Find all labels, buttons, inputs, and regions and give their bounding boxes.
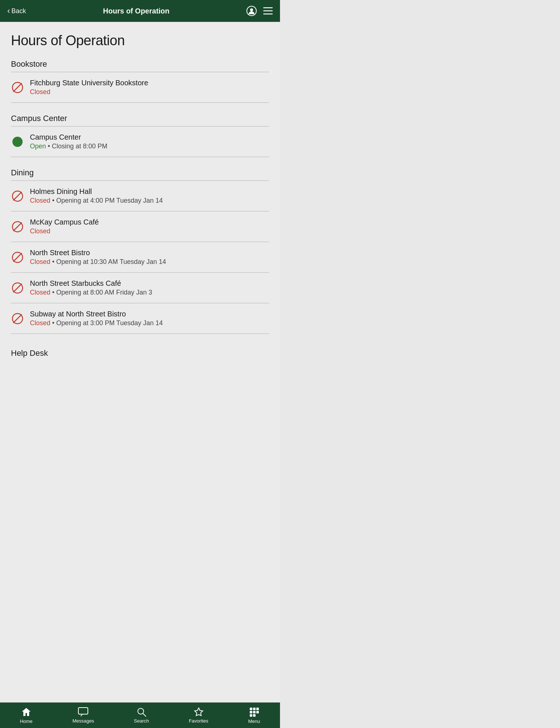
bottom-nav-search-label: Search [134,718,149,724]
item-status: Closed • Opening at 8:00 AM Friday Jan 3 [30,289,269,296]
section-header-bookstore: Bookstore [11,59,269,69]
list-item[interactable]: Fitchburg State University BookstoreClos… [11,72,269,103]
list-item[interactable]: Campus CenterOpen • Closing at 8:00 PM [11,126,269,157]
item-name: North Street Starbucks Café [30,279,269,288]
svg-rect-3 [263,11,273,12]
svg-rect-20 [250,708,252,710]
item-status: Closed • Opening at 3:00 PM Tuesday Jan … [30,319,269,327]
svg-line-6 [13,83,22,92]
item-name: Subway at North Street Bistro [30,310,269,318]
item-name: Holmes Dining Hall [30,187,269,196]
grid-menu-icon [249,707,259,717]
closed-status-icon [11,281,24,295]
list-item[interactable]: Subway at North Street BistroClosed • Op… [11,303,269,334]
item-status: Open • Closing at 8:00 PM [30,143,269,150]
bottom-nav-search[interactable]: Search [134,707,149,724]
bottom-nav-home[interactable]: Home [20,707,33,724]
item-name: North Street Bistro [30,249,269,257]
item-status-detail: • Opening at 4:00 PM Tuesday Jan 14 [50,197,163,204]
bottom-nav-menu-label: Menu [248,719,260,724]
svg-rect-23 [250,711,252,713]
item-name: Campus Center [30,133,269,141]
messages-icon [78,707,88,717]
svg-rect-2 [263,7,273,8]
bottom-nav-favorites-label: Favorites [189,718,208,724]
item-status: Closed • Opening at 4:00 PM Tuesday Jan … [30,197,269,205]
svg-line-19 [143,713,146,716]
nav-icons [246,6,273,16]
svg-rect-22 [256,708,259,710]
section-bookstore: Bookstore Fitchburg State University Boo… [11,59,269,103]
top-navigation: ‹ Back Hours of Operation [0,0,280,22]
sections-container: Bookstore Fitchburg State University Boo… [11,59,269,358]
bottom-nav-home-label: Home [20,719,33,724]
search-icon [137,707,146,717]
favorites-icon [194,707,204,717]
nav-title: Hours of Operation [103,7,170,15]
svg-rect-4 [263,13,273,15]
bottom-navigation: Home Messages Search Favorites [0,702,280,728]
bottom-nav-messages[interactable]: Messages [73,707,94,724]
item-status: Closed [30,88,269,96]
item-status: Closed [30,227,269,235]
svg-rect-25 [256,711,259,713]
open-status-icon [11,135,24,148]
svg-rect-27 [253,714,256,717]
item-status-detail: • Opening at 8:00 AM Friday Jan 3 [50,289,152,296]
section-header-dining: Dining [11,168,269,178]
bottom-nav-messages-label: Messages [73,718,94,724]
svg-rect-17 [78,708,88,714]
item-status-detail: • Closing at 8:00 PM [46,143,107,150]
section-header-help_desk: Help Desk [11,349,269,358]
closed-status-icon [11,220,24,233]
section-header-campus_center: Campus Center [11,114,269,123]
svg-line-16 [13,315,22,323]
closed-status-icon [11,190,24,203]
home-icon [21,707,31,717]
item-status-detail: • Opening at 3:00 PM Tuesday Jan 14 [50,319,163,327]
back-chevron-icon: ‹ [7,6,10,16]
item-status: Closed • Opening at 10:30 AM Tuesday Jan… [30,258,269,266]
svg-line-8 [13,192,22,200]
profile-icon[interactable] [246,6,257,16]
bottom-nav-menu[interactable]: Menu [248,707,260,724]
closed-status-icon [11,312,24,325]
svg-line-12 [13,253,22,261]
svg-point-1 [250,8,253,11]
closed-status-icon [11,81,24,94]
svg-line-14 [13,284,22,292]
bottom-nav-favorites[interactable]: Favorites [189,707,208,724]
item-name: McKay Campus Café [30,218,269,226]
page-title: Hours of Operation [11,33,269,48]
list-item[interactable]: Holmes Dining HallClosed • Opening at 4:… [11,181,269,211]
list-item[interactable]: North Street BistroClosed • Opening at 1… [11,242,269,273]
closed-status-icon [11,251,24,264]
svg-rect-21 [253,708,256,710]
list-item[interactable]: North Street Starbucks CaféClosed • Open… [11,273,269,303]
item-name: Fitchburg State University Bookstore [30,79,269,87]
main-content: Hours of Operation Bookstore Fitchburg S… [0,22,280,702]
hamburger-menu-icon[interactable] [263,7,273,15]
section-dining: Dining Holmes Dining HallClosed • Openin… [11,168,269,334]
section-help_desk: Help Desk [11,349,269,358]
back-button[interactable]: ‹ Back [7,6,26,16]
svg-rect-26 [250,714,252,717]
svg-line-10 [13,223,22,231]
back-label: Back [11,7,26,15]
svg-rect-24 [253,711,256,713]
section-campus_center: Campus CenterCampus CenterOpen • Closing… [11,114,269,157]
list-item[interactable]: McKay Campus CaféClosed [11,211,269,242]
item-status-detail: • Opening at 10:30 AM Tuesday Jan 14 [50,258,166,265]
